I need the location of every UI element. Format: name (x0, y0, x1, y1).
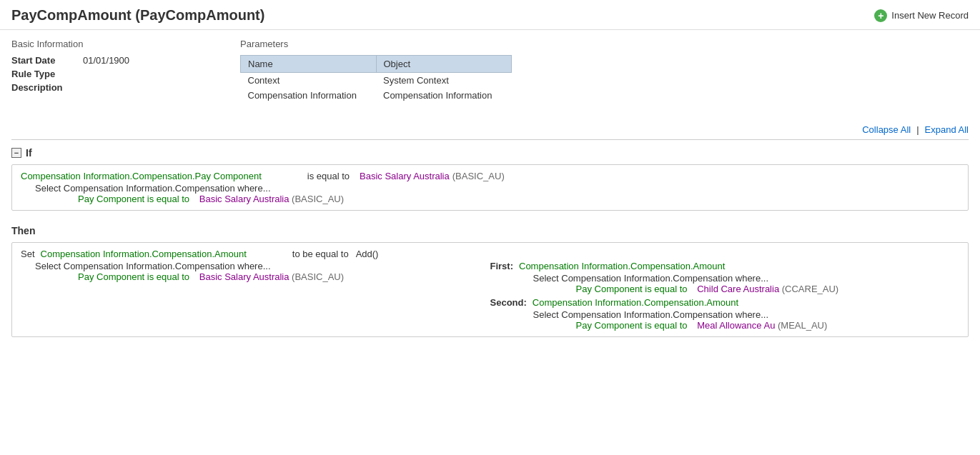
second-pay-line: Pay Component is equal to Meal Allowance… (490, 320, 960, 331)
page-title: PayCompAmount (PayCompAmount) (11, 7, 264, 24)
params-section: Parameters Name Object Context System Co… (240, 39, 969, 103)
condition-indent-line: Pay Component is equal to Basic Salary A… (21, 194, 959, 204)
description-row: Description (11, 82, 212, 93)
description-label: Description (11, 82, 76, 93)
action-box-inner: Select Compensation Information.Compensa… (21, 261, 959, 331)
if-label: − If (11, 147, 969, 159)
func-text: Add() (352, 249, 379, 259)
then-label: Then (11, 225, 969, 236)
action-select-line: Select Compensation Information.Compensa… (21, 261, 490, 271)
cond-left-green: Compensation Information.Compensation.Pa… (21, 171, 262, 181)
insert-new-record-button[interactable]: + Insert New Record (874, 9, 969, 22)
param-name-2: Compensation Information (241, 88, 377, 103)
insert-new-record-label: Insert New Record (891, 10, 969, 21)
params-col-name: Name (241, 56, 377, 73)
condition-box: Compensation Information.Compensation.Pa… (11, 164, 969, 211)
if-block: − If Compensation Information.Compensati… (0, 140, 980, 225)
action-right: First: Compensation Information.Compensa… (490, 261, 960, 331)
action-select-text: Select Compensation Information.Compensa… (35, 261, 271, 271)
basic-info-section: Basic Information Start Date 01/01/1900 … (11, 39, 212, 103)
if-text: If (26, 147, 32, 159)
start-date-value: 01/01/1900 (83, 55, 129, 66)
cond-indent-gray: (BASIC_AU) (292, 194, 344, 204)
cond-indent-green: Pay Component is equal to (78, 194, 189, 204)
first-pay-line: Pay Component is equal to Child Care Aus… (490, 284, 960, 294)
condition-select-line: Select Compensation Information.Compensa… (21, 183, 959, 194)
first-pay-purple: Child Care Australia (690, 284, 779, 294)
second-label: Second: (490, 297, 527, 308)
param-object-2: Compensation Information (376, 88, 512, 103)
page-header: PayCompAmount (PayCompAmount) + Insert N… (0, 0, 980, 30)
first-select-text: Select Compensation Information.Compensa… (533, 273, 769, 284)
first-pay-label: Pay Component is equal to (576, 284, 688, 294)
separator: | (916, 124, 919, 135)
expand-all-link[interactable]: Expand All (925, 124, 969, 135)
cond-right-gray: (BASIC_AU) (452, 171, 505, 181)
action-indent-green: Pay Component is equal to (78, 271, 189, 282)
param-object-1: System Context (376, 73, 512, 89)
collapse-all-link[interactable]: Collapse All (862, 124, 911, 135)
insert-icon: + (874, 9, 887, 22)
second-green: Compensation Information.Compensation.Am… (530, 297, 738, 308)
first-select-line: Select Compensation Information.Compensa… (490, 273, 960, 284)
set-line: Set Compensation Information.Compensatio… (21, 249, 959, 259)
cond-select-text: Select Compensation Information.Compensa… (35, 183, 271, 194)
second-select-text: Select Compensation Information.Compensa… (533, 309, 769, 320)
set-text: Set (21, 249, 35, 259)
action-left: Select Compensation Information.Compensa… (21, 261, 490, 331)
basic-info-heading: Basic Information (11, 39, 212, 49)
rule-type-row: Rule Type (11, 69, 212, 79)
collapse-expand-bar: Collapse All | Expand All (0, 120, 980, 139)
cond-op: is equal to (264, 171, 350, 181)
first-line: First: Compensation Information.Compensa… (490, 261, 960, 271)
rule-type-label: Rule Type (11, 69, 76, 79)
action-indent-purple: Basic Salary Australia (192, 271, 289, 282)
params-col-object: Object (376, 56, 512, 73)
condition-line-1: Compensation Information.Compensation.Pa… (21, 171, 959, 181)
action-left-green: Compensation Information.Compensation.Am… (38, 249, 247, 259)
first-pay-gray: (CCARE_AU) (782, 284, 838, 294)
params-table: Name Object Context System Context Compe… (240, 55, 512, 103)
if-collapse-icon[interactable]: − (11, 148, 21, 158)
start-date-label: Start Date (11, 55, 76, 66)
table-row: Context System Context (241, 73, 512, 89)
cond-indent-purple: Basic Salary Australia (192, 194, 289, 204)
table-row: Compensation Information Compensation In… (241, 88, 512, 103)
cond-right-purple: Basic Salary Australia (352, 171, 450, 181)
action-indent-gray: (BASIC_AU) (292, 271, 344, 282)
then-block: Then Set Compensation Information.Compen… (0, 225, 980, 351)
action-pay-line: Pay Component is equal to Basic Salary A… (21, 271, 490, 282)
params-heading: Parameters (240, 39, 969, 49)
first-green: Compensation Information.Compensation.Am… (516, 261, 725, 271)
action-box: Set Compensation Information.Compensatio… (11, 242, 969, 337)
start-date-row: Start Date 01/01/1900 (11, 55, 212, 66)
to-be-text: to be equal to (249, 249, 349, 259)
main-content: Basic Information Start Date 01/01/1900 … (0, 30, 980, 120)
info-params-row: Basic Information Start Date 01/01/1900 … (11, 39, 969, 103)
second-pay-purple: Meal Allowance Au (690, 320, 775, 331)
second-line: Second: Compensation Information.Compens… (490, 297, 960, 308)
second-pay-label: Pay Component is equal to (576, 320, 688, 331)
second-pay-gray: (MEAL_AU) (778, 320, 827, 331)
second-select-line: Select Compensation Information.Compensa… (490, 309, 960, 320)
param-name-1: Context (241, 73, 377, 89)
first-label: First: (490, 261, 514, 271)
